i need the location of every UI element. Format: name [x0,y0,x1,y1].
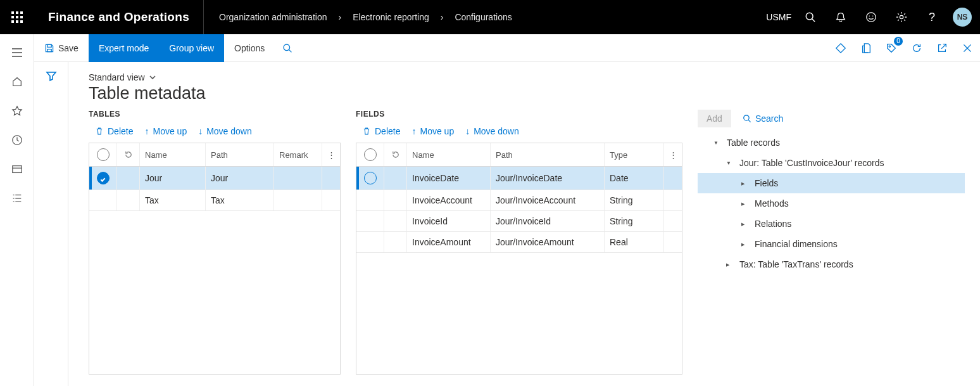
svg-rect-19 [12,166,21,173]
tree-node-fields[interactable]: Fields [698,173,965,193]
alerts-button[interactable] [826,0,856,34]
nav-favorites-button[interactable] [0,96,34,125]
table-row[interactable]: Jour Jour [89,167,340,190]
star-icon [11,105,23,117]
breadcrumb-item[interactable]: Electronic reporting [353,12,429,22]
table-row[interactable]: InvoiceAccount Jour/InvoiceAccount Strin… [356,190,682,211]
fields-delete-button[interactable]: Delete [362,126,400,136]
svg-rect-8 [20,20,23,23]
tree-node-root[interactable]: Table records [698,132,965,153]
row-selector[interactable] [97,172,110,184]
view-selector[interactable]: Standard view [89,72,965,82]
nav-home-button[interactable] [0,67,34,96]
pin-button[interactable] [828,34,853,62]
tables-heading: TABLES [89,110,341,119]
breadcrumb-item[interactable]: Organization administration [219,12,327,22]
modules-icon [11,193,23,204]
svg-rect-7 [16,20,18,23]
attach-button[interactable] [853,34,879,62]
navigation-rail [0,34,34,386]
fields-move-down-button[interactable]: ↓Move down [465,126,519,136]
svg-line-10 [812,19,815,22]
table-row[interactable]: InvoiceDate Jour/InvoiceDate Date [356,167,682,190]
column-header-path[interactable]: Path [491,143,605,166]
tree-node-jour[interactable]: Jour: Table 'CustInvoiceJour' records [698,153,965,173]
close-button[interactable] [955,34,980,62]
nav-modules-button[interactable] [0,184,34,213]
refresh-icon [391,150,400,159]
arrow-down-icon: ↓ [465,126,470,136]
expand-icon[interactable] [741,200,748,207]
search-button[interactable] [795,0,826,34]
add-button[interactable]: Add [698,110,731,127]
action-bar: Save Expert mode Group view Options 0 [34,34,980,62]
options-button[interactable]: Options [224,34,275,62]
workspace-icon [11,164,23,175]
svg-rect-5 [20,16,23,18]
tree-node-methods[interactable]: Methods [698,193,965,214]
column-header-name[interactable]: Name [140,143,206,166]
app-launcher-button[interactable] [0,0,34,34]
save-button[interactable]: Save [34,34,89,62]
refresh-button[interactable] [904,34,929,62]
column-header-name[interactable]: Name [407,143,491,166]
select-all-checkbox[interactable] [356,143,384,166]
tree-panel: Add Search Table records Jour: Table 'Cu… [698,110,965,375]
feedback-button[interactable] [856,0,886,34]
hamburger-icon [11,48,23,58]
fields-move-up-button[interactable]: ↑Move up [411,126,454,136]
breadcrumb: Organization administration › Electronic… [204,12,527,22]
group-view-button[interactable]: Group view [159,34,224,62]
column-header-path[interactable]: Path [206,143,274,166]
diamond-icon [835,42,846,54]
table-row[interactable]: InvoiceId Jour/InvoiceId String [356,211,682,232]
tables-move-up-button[interactable]: ↑Move up [144,126,187,136]
gear-icon [896,11,907,23]
nav-toggle-button[interactable] [0,38,34,67]
column-header-remark[interactable]: Remark [274,143,322,166]
expert-mode-button[interactable]: Expert mode [89,34,159,62]
expand-icon[interactable] [741,241,748,248]
svg-rect-27 [47,44,51,47]
expand-icon[interactable] [741,180,748,187]
user-avatar[interactable]: NS [947,0,977,34]
navigation-tree: Table records Jour: Table 'CustInvoiceJo… [698,132,965,274]
expand-icon[interactable] [726,160,733,167]
expand-icon[interactable] [713,139,720,146]
tree-node-findim[interactable]: Financial dimensions [698,234,965,254]
expand-icon[interactable] [726,261,733,268]
select-all-checkbox[interactable] [89,143,117,166]
tables-move-down-button[interactable]: ↓Move down [198,126,252,136]
nav-recent-button[interactable] [0,125,34,155]
home-icon [11,76,23,87]
nav-workspaces-button[interactable] [0,155,34,184]
row-selector[interactable] [364,172,377,184]
avatar-initials: NS [953,8,972,27]
grid-more-button[interactable]: ⋮ [664,143,682,166]
breadcrumb-item[interactable]: Configurations [455,12,512,22]
expand-icon[interactable] [741,221,748,228]
settings-button[interactable] [886,0,917,34]
tree-node-tax[interactable]: Tax: Table 'TaxTrans' records [698,254,965,274]
table-row[interactable]: InvoiceAmount Jour/InvoiceAmount Real [356,232,682,253]
search-icon [805,11,816,23]
tree-node-relations[interactable]: Relations [698,214,965,234]
fields-grid: Name Path Type ⋮ InvoiceDate Jo [356,143,682,375]
tables-delete-button[interactable]: Delete [95,126,133,136]
refresh-column[interactable] [384,143,407,166]
help-button[interactable]: ? [917,0,947,34]
messages-button[interactable]: 0 [879,34,904,62]
table-row[interactable]: Tax Tax [89,190,340,211]
filter-button[interactable] [45,70,58,386]
column-header-type[interactable]: Type [605,143,664,166]
grid-more-button[interactable]: ⋮ [322,143,340,166]
svg-point-29 [284,44,290,51]
smiley-icon [865,11,877,23]
open-new-button[interactable] [929,34,955,62]
refresh-column[interactable] [117,143,140,166]
header-right: USMF ? NS [766,0,980,34]
tree-search-button[interactable]: Search [743,113,783,124]
svg-point-34 [744,115,749,120]
action-search-button[interactable] [275,43,300,53]
company-picker[interactable]: USMF [766,12,791,22]
